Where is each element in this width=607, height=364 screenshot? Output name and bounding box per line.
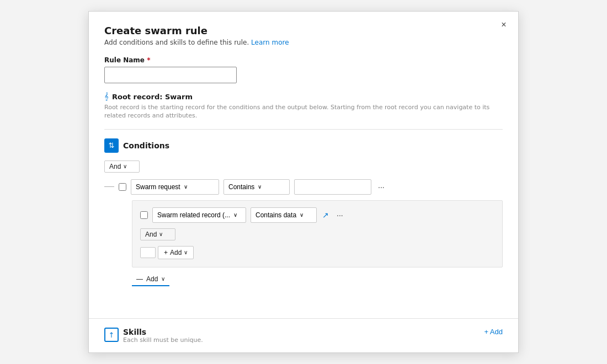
- skills-description: Each skill must be unique.: [123, 336, 203, 344]
- nested-operator-chevron-icon: ∨: [300, 212, 303, 218]
- conditions-icon: ⇅: [109, 141, 115, 149]
- outer-add-dash-icon: —: [136, 275, 143, 283]
- nested-add-chevron-icon: ∨: [184, 249, 188, 255]
- condition-operator-select[interactable]: Contains ∨: [223, 179, 290, 195]
- nested-add-plus-icon: +: [164, 249, 168, 256]
- condition-row-1: Swarm request ∨ Contains ∨ ···: [104, 179, 503, 195]
- condition-field-select[interactable]: Swarm request ∨: [131, 179, 219, 195]
- nested-blank-space: [140, 247, 156, 258]
- root-record-icon: 𝄞: [104, 92, 109, 101]
- nested-add-row: + Add ∨: [140, 246, 494, 259]
- nested-operator-select[interactable]: Contains data ∨: [251, 207, 317, 223]
- root-record-description: Root record is the starting record for t…: [104, 103, 503, 120]
- operator-chevron-icon: ∨: [258, 184, 262, 190]
- condition-checkbox-1[interactable]: [119, 183, 126, 191]
- and-dropdown-button[interactable]: And ∨: [104, 160, 140, 173]
- modal-body: Create swarm rule Add conditions and ski…: [89, 12, 518, 318]
- add-skill-button[interactable]: + Add: [484, 328, 503, 336]
- root-record-label: Root record: Swarm: [112, 93, 193, 101]
- nested-add-button[interactable]: + Add ∨: [158, 246, 194, 259]
- required-indicator: *: [147, 56, 150, 64]
- conditions-title: Conditions: [123, 141, 169, 150]
- modal-subtitle: Add conditions and skills to define this…: [104, 39, 503, 46]
- nested-expand-button[interactable]: ↗: [321, 210, 330, 221]
- and-chevron-icon: ∨: [123, 163, 127, 169]
- modal-title: Create swarm rule: [104, 25, 503, 36]
- condition-ellipsis-button[interactable]: ···: [376, 181, 387, 192]
- condition-dash: [104, 186, 114, 187]
- root-record-row: 𝄞 Root record: Swarm: [104, 92, 503, 101]
- field-chevron-icon: ∨: [184, 184, 188, 190]
- rule-name-label: Rule Name *: [104, 56, 503, 64]
- skills-left: ↑ Skills Each skill must be unique.: [104, 328, 203, 344]
- nested-condition-block: Swarm related record (... ∨ Contains dat…: [132, 200, 503, 267]
- nested-field-chevron-icon: ∨: [233, 212, 237, 218]
- nested-row-1: Swarm related record (... ∨ Contains dat…: [140, 207, 494, 223]
- outer-add-chevron-icon: ∨: [161, 276, 165, 282]
- skills-icon-box: ↑: [104, 328, 119, 342]
- ellipsis-icon: ···: [378, 183, 385, 191]
- learn-more-link[interactable]: Learn more: [251, 39, 289, 46]
- rule-name-input[interactable]: [104, 67, 237, 83]
- divider-1: [104, 129, 503, 130]
- close-icon: ×: [501, 20, 506, 30]
- nested-field-select[interactable]: Swarm related record (... ∨: [152, 207, 246, 223]
- root-record-section: 𝄞 Root record: Swarm Root record is the …: [104, 92, 503, 120]
- nested-ellipsis-icon: ···: [337, 211, 343, 220]
- nested-checkbox-1[interactable]: [140, 211, 148, 219]
- skills-text-block: Skills Each skill must be unique.: [123, 328, 203, 344]
- nested-and-dropdown[interactable]: And ∨: [140, 228, 175, 240]
- conditions-icon-box: ⇅: [104, 138, 119, 153]
- skills-footer: ↑ Skills Each skill must be unique. + Ad…: [89, 318, 518, 352]
- outer-add-button[interactable]: — Add ∨: [132, 273, 169, 286]
- expand-icon: ↗: [322, 211, 329, 220]
- skills-title: Skills: [123, 328, 203, 336]
- nested-and-chevron-icon: ∨: [159, 231, 163, 237]
- create-swarm-rule-modal: × Create swarm rule Add conditions and s…: [88, 11, 519, 353]
- condition-value-input[interactable]: [294, 179, 371, 195]
- nested-ellipsis-button[interactable]: ···: [334, 210, 345, 221]
- conditions-header: ⇅ Conditions: [104, 138, 503, 153]
- skills-icon: ↑: [109, 331, 115, 339]
- close-button[interactable]: ×: [496, 17, 512, 33]
- outer-add-row: — Add ∨: [132, 273, 503, 286]
